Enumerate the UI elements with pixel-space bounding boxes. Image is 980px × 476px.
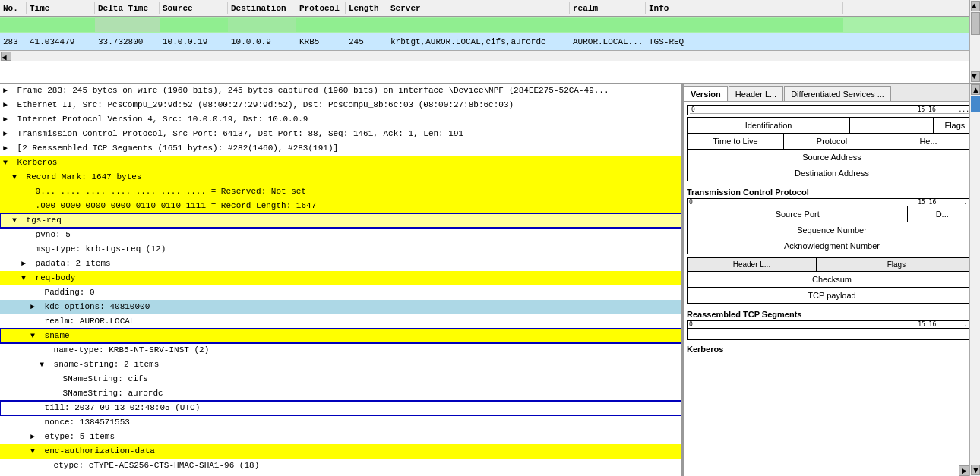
ethernet-text: Ethernet II, Src: PcsCompu_29:9d:52 (08:… <box>17 100 514 109</box>
reserved-text: 0... .... .... .... .... .... .... = Res… <box>36 187 306 196</box>
col-header-realm: realm <box>570 2 646 14</box>
scroll-down-btn-right[interactable]: ▼ <box>971 465 980 475</box>
vertical-scrollbar-top[interactable]: ▲ ▼ <box>969 0 980 83</box>
req-body-row[interactable]: ▼ req-body <box>0 271 681 285</box>
nonce-row: nonce: 1384571553 <box>0 415 681 430</box>
spacer <box>40 460 49 472</box>
col-header-info: Info <box>646 2 843 14</box>
padata-row[interactable]: ► padata: 2 items <box>0 257 681 271</box>
tcp-tab-flags[interactable]: Flags <box>817 258 976 271</box>
kdc-options-row[interactable]: ► kdc-options: 40810000 <box>0 300 681 314</box>
spacer <box>40 345 49 357</box>
name-type-text: name-type: KRB5-NT-SRV-INST (2) <box>54 345 210 355</box>
horizontal-scrollbar[interactable]: ◀ ▶ <box>0 50 980 61</box>
sname-text: sname <box>45 331 70 340</box>
diag-source-address: Source Address <box>688 150 976 165</box>
diag-seq-num: Sequence Number <box>688 222 976 238</box>
etype-row[interactable]: ► etype: 5 items <box>0 430 681 444</box>
ip-row[interactable]: ► Internet Protocol Version 4, Src: 10.0… <box>0 112 681 127</box>
tgs-req-text: tgs-req <box>27 216 62 225</box>
scroll-up-btn-right[interactable]: ▲ <box>971 84 980 95</box>
msg-type-row: msg-type: krb-tgs-req (12) <box>0 242 681 257</box>
col-header-dest: Destination <box>228 2 296 14</box>
record-mark-row[interactable]: ▼ Record Mark: 1647 bytes <box>0 170 681 184</box>
scrollbar-thumb[interactable] <box>971 12 980 35</box>
scrollbar-thumb-right[interactable] <box>971 96 980 112</box>
diagram-area: 0 15 16 ... Identification F <box>684 102 980 476</box>
scroll-down-btn[interactable]: ▼ <box>971 71 980 82</box>
record-mark-text: Record Mark: 1647 bytes <box>27 172 142 181</box>
realm-text: realm: AUROR.LOCAL <box>45 317 135 326</box>
table-row-selected[interactable]: 283 41.034479 33.732800 10.0.0.19 10.0.0… <box>0 33 980 50</box>
snamestring-aurordc-text: SNameString: aurordc <box>63 389 163 398</box>
scroll-up-btn[interactable]: ▲ <box>971 1 980 11</box>
right-tab-bar: Version Header L... Differentiated Servi… <box>684 84 980 102</box>
tcp-text: Transmission Control Protocol, Src Port:… <box>17 129 464 138</box>
diag-protocol: Protocol <box>784 134 880 149</box>
till-row: till: 2037-09-13 02:48:05 (UTC) <box>0 401 681 415</box>
record-length-text: .000 0000 0000 0000 0110 0110 1111 = Rec… <box>36 201 317 210</box>
expand-icon-down: ▼ <box>21 273 30 285</box>
sname-string-row[interactable]: ▼ sname-string: 2 items <box>0 358 681 372</box>
tab-diff-services[interactable]: Differentiated Services ... <box>784 86 891 101</box>
expand-icon: ► <box>21 258 30 270</box>
tab-version[interactable]: Version <box>684 86 728 101</box>
tcp-tab-header-length[interactable]: Header L... <box>688 258 817 271</box>
reserved-row: 0... .... .... .... .... .... .... = Res… <box>0 184 681 199</box>
expand-icon: ► <box>3 85 12 97</box>
expand-icon-down: ▼ <box>30 330 40 342</box>
tab-scroll-right[interactable]: ▶ <box>959 465 969 476</box>
col-header-delta: Delta Time <box>95 2 160 14</box>
diag-ttl: Time to Live <box>688 134 784 149</box>
middle-section: ► Frame 283: 245 bytes on wire (1960 bit… <box>0 84 980 476</box>
expand-icon: ► <box>3 128 12 140</box>
spacer <box>49 388 58 400</box>
msg-type-text: msg-type: krb-tgs-req (12) <box>36 244 166 254</box>
sname-row[interactable]: ▼ sname <box>0 329 681 343</box>
scroll-left-btn[interactable]: ◀ <box>1 52 11 61</box>
req-body-text: req-body <box>36 273 76 282</box>
padding-text: Padding: 0 <box>45 288 95 297</box>
kerberos-row[interactable]: ▼ Kerberos <box>0 156 681 170</box>
col-header-time: Time <box>27 2 95 14</box>
table-row[interactable] <box>0 17 980 33</box>
packet-list-panel: No. Time Delta Time Source Destination P… <box>0 0 980 84</box>
expand-icon: ► <box>30 301 40 314</box>
ethernet-row[interactable]: ► Ethernet II, Src: PcsCompu_29:9d:52 (0… <box>0 98 681 112</box>
cell-info: TGS-REQ <box>646 36 843 48</box>
enc-auth-row[interactable]: ▼ enc-authorization-data <box>0 444 681 459</box>
expand-icon-down: ▼ <box>3 157 12 169</box>
realm-row: realm: AUROR.LOCAL <box>0 314 681 329</box>
frame-text: Frame 283: 245 bytes on wire (1960 bits)… <box>17 86 609 95</box>
kerberos-text: Kerberos <box>17 158 58 167</box>
snamestring-cifs-text: SNameString: cifs <box>63 374 148 383</box>
reassembled-text: [2 Reassembled TCP Segments (1651 bytes)… <box>17 143 338 153</box>
table-header: No. Time Delta Time Source Destination P… <box>0 0 980 17</box>
reassembled-row[interactable]: ► [2 Reassembled TCP Segments (1651 byte… <box>0 141 681 156</box>
frame-row[interactable]: ► Frame 283: 245 bytes on wire (1960 bit… <box>0 84 681 98</box>
spacer <box>49 374 58 386</box>
etype-text: etype: 5 items <box>45 432 115 441</box>
record-length-row: .000 0000 0000 0000 0110 0110 1111 = Rec… <box>0 199 681 213</box>
col-header-server: Server <box>387 2 570 14</box>
spacer <box>30 287 40 299</box>
right-panel-scrollbar[interactable]: ▲ ▼ <box>969 84 980 476</box>
col-header-proto: Protocol <box>296 2 346 14</box>
tgs-req-row[interactable]: ▼ tgs-req <box>0 213 681 228</box>
spacer <box>21 186 30 198</box>
col-header-length: Length <box>346 2 387 14</box>
etype-val-row: etype: eTYPE-AES256-CTS-HMAC-SHA1-96 (18… <box>0 459 681 473</box>
spacer <box>30 402 40 415</box>
enc-auth-text: enc-authorization-data <box>45 446 155 456</box>
tcp-row[interactable]: ► Transmission Control Protocol, Src Por… <box>0 127 681 141</box>
kdc-options-text: kdc-options: 40810000 <box>45 302 150 311</box>
protocol-diagram-panel: Version Header L... Differentiated Servi… <box>684 84 980 476</box>
diag-ack-num: Acknowledgment Number <box>688 238 976 254</box>
cell-dest: 10.0.0.9 <box>228 36 296 48</box>
name-type-row: name-type: KRB5-NT-SRV-INST (2) <box>0 343 681 358</box>
tab-header-length[interactable]: Header L... <box>729 86 783 101</box>
expand-icon-down: ▼ <box>30 446 40 458</box>
spacer <box>21 244 30 256</box>
diag-dest-address: Destination Address <box>688 165 976 181</box>
pvno-row: pvno: 5 <box>0 228 681 242</box>
